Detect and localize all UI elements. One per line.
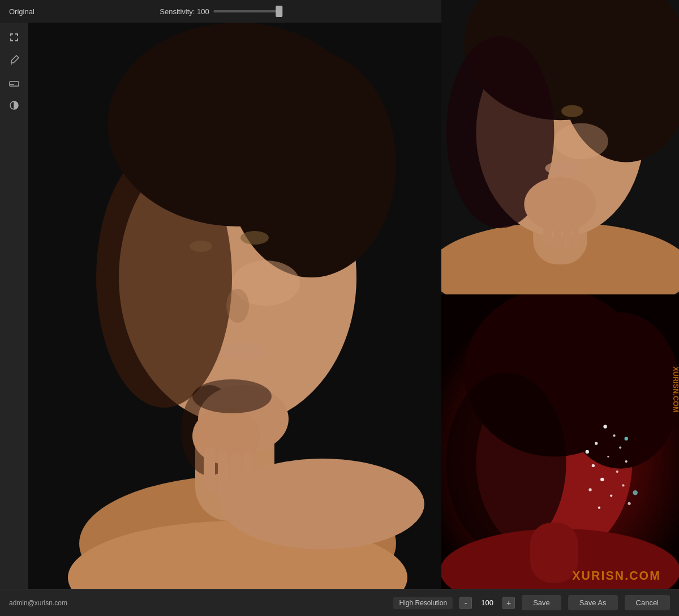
- sensitivity-slider-thumb: [276, 6, 283, 17]
- cancel-button[interactable]: Cancel: [625, 595, 670, 610]
- contrast-tool-button[interactable]: [4, 96, 24, 117]
- svg-point-33: [561, 105, 583, 117]
- svg-text:XURISN.COM: XURISN.COM: [672, 366, 679, 412]
- bottom-bar: admin@xurisn.com High Resolution - 100 +…: [0, 589, 679, 616]
- right-bottom-thumbnail: XURISN.COM XURISN.COM: [441, 294, 679, 589]
- svg-point-56: [616, 470, 618, 473]
- svg-point-49: [613, 434, 615, 437]
- resolution-value: 100: [479, 598, 496, 607]
- save-button[interactable]: Save: [522, 595, 561, 610]
- right-panel: XURISN.COM XURISN.COM: [441, 0, 679, 589]
- bottom-thumb-svg: XURISN.COM XURISN.COM: [441, 294, 679, 589]
- svg-point-22: [221, 459, 424, 549]
- resolution-label: High Resolution: [399, 599, 447, 607]
- svg-text:XURISN.COM: XURISN.COM: [572, 569, 661, 582]
- svg-point-63: [625, 437, 628, 440]
- svg-point-54: [625, 460, 628, 463]
- svg-point-60: [610, 494, 612, 497]
- svg-point-55: [592, 464, 595, 467]
- right-top-thumbnail: [441, 0, 679, 294]
- app-container: Original Sensitivity: 100: [0, 0, 679, 616]
- sensitivity-control: Sensitivity: 100: [160, 7, 281, 16]
- canvas-area: [28, 23, 441, 589]
- svg-point-51: [619, 446, 621, 448]
- brush-icon: [8, 54, 20, 69]
- svg-point-13: [226, 289, 249, 323]
- resolution-increase-button[interactable]: +: [502, 597, 515, 609]
- svg-rect-39: [572, 215, 579, 246]
- svg-rect-0: [10, 82, 19, 86]
- sensitivity-slider[interactable]: [214, 10, 282, 12]
- user-email: admin@xurisn.com: [9, 599, 67, 607]
- svg-point-52: [586, 450, 589, 454]
- svg-point-64: [633, 490, 637, 495]
- svg-point-53: [607, 456, 609, 457]
- eraser-icon: [8, 77, 20, 91]
- svg-point-57: [600, 478, 604, 481]
- main-portrait-svg: [28, 23, 441, 589]
- editor-topbar: Original Sensitivity: 100: [0, 0, 441, 23]
- svg-point-59: [588, 488, 591, 491]
- svg-point-14: [221, 343, 266, 360]
- main-area: Original Sensitivity: 100: [0, 0, 679, 589]
- resolution-selector: High Resolution: [393, 597, 453, 609]
- top-thumb-svg: [441, 0, 679, 294]
- expand-icon: [8, 32, 20, 46]
- svg-point-11: [190, 241, 212, 252]
- svg-point-23: [192, 379, 272, 413]
- svg-rect-38: [563, 216, 571, 249]
- sensitivity-label: Sensitivity: 100: [160, 7, 209, 16]
- svg-point-10: [240, 231, 269, 245]
- svg-point-62: [598, 507, 600, 509]
- svg-point-32: [554, 123, 608, 160]
- brush-tool-button[interactable]: [4, 51, 24, 71]
- tool-sidebar: [0, 23, 28, 589]
- original-label: Original: [9, 7, 35, 16]
- save-as-button[interactable]: Save As: [568, 595, 618, 610]
- svg-point-58: [622, 484, 624, 486]
- svg-rect-18: [204, 447, 215, 493]
- editor-panel: Original Sensitivity: 100: [0, 0, 441, 589]
- svg-rect-37: [553, 215, 561, 250]
- expand-tool-button[interactable]: [4, 28, 24, 49]
- svg-rect-36: [543, 213, 552, 246]
- resolution-decrease-button[interactable]: -: [459, 597, 472, 609]
- eraser-tool-button[interactable]: [4, 74, 24, 94]
- editor-canvas-bg: [28, 23, 441, 589]
- svg-point-61: [628, 502, 630, 505]
- svg-point-34: [545, 161, 581, 175]
- svg-point-44: [560, 313, 679, 469]
- svg-rect-47: [530, 523, 578, 583]
- contrast-icon: [8, 100, 20, 114]
- svg-point-48: [603, 425, 607, 428]
- svg-point-50: [595, 442, 598, 445]
